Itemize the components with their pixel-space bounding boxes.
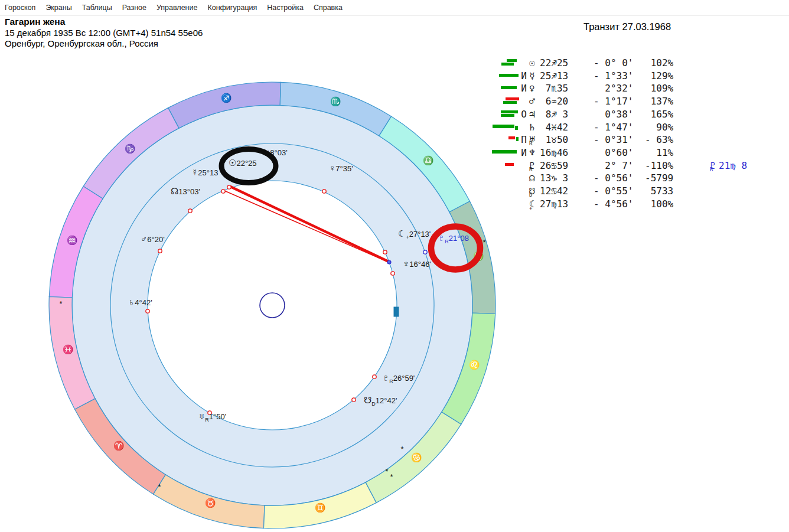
transit-pluto-icon: ♇ — [438, 233, 445, 243]
pluto-icon: ♇ — [383, 373, 389, 383]
cusp-mark: * — [400, 445, 403, 453]
table-row: ♂ 6♒20- 1°17' 137% — [0, 95, 789, 108]
cusp-mark: * — [390, 472, 393, 481]
label-neptune: ♆16°46' — [403, 259, 431, 269]
cancer-icon: ♋ — [411, 452, 422, 463]
label-saturn: ♄4°42' — [128, 297, 152, 307]
pluto-icon: ♇R — [529, 159, 532, 172]
label-uranus: ♅R1°50' — [198, 411, 226, 421]
label-pluto-natal: ♇R26°59' — [383, 373, 415, 383]
neptune-icon: ♆ — [403, 259, 409, 269]
label-south-node: ☋D12°42' — [364, 395, 397, 406]
table-row: И♀ 7♏35 2°32' 109% — [0, 82, 789, 95]
north-node-icon: ☊ — [529, 172, 535, 185]
table-row: ☊13♑ 3- 0°56'-5799 — [0, 172, 789, 185]
table-row: И☿25♐13- 1°33' 129% — [0, 70, 789, 83]
venus-icon: ♀ — [529, 82, 535, 95]
mars-icon: ♂ — [529, 95, 535, 108]
neptune-icon: ♆ — [529, 146, 535, 159]
gemini-icon: ♊ — [315, 502, 326, 513]
cusp-mark: * — [158, 482, 161, 491]
table-row: И♆16♍46 0°60' 11% — [0, 146, 789, 159]
aries-icon: ♈ — [113, 440, 125, 451]
label-transit-pluto: ♇R21°08 — [438, 233, 469, 243]
lilith-icon: ☾ — [398, 229, 406, 239]
table-row: ☉22♐25- 0° 0' 102% — [0, 57, 789, 70]
mars-icon: ♂ — [141, 234, 147, 244]
table-row: ☾+27♍13- 4°56' 100% — [0, 198, 789, 211]
label-lilith: ☾+27°13' — [398, 229, 431, 239]
jupiter-icon: ♃ — [529, 108, 535, 121]
south-node-icon: ☋ — [364, 395, 371, 405]
cusp-mark: * — [482, 238, 485, 247]
lilith-icon: ☾+ — [529, 198, 532, 211]
pisces-icon: ♓ — [63, 344, 74, 355]
transit-pluto-position: ♇R 21♍ 8 — [710, 159, 713, 172]
aquarius-icon: ♒ — [67, 235, 78, 246]
mercury-icon: ☿ — [529, 70, 535, 83]
uranus-icon: ♅R — [529, 133, 532, 146]
cusp-mark: * — [59, 299, 62, 308]
saturn-icon: ♄ — [529, 121, 535, 134]
uranus-icon: ♅ — [198, 411, 205, 421]
table-row: ♄ 4♓42- 1°47' 90% — [0, 121, 789, 134]
sun-icon: ☉ — [529, 57, 535, 70]
label-mars: ♂6°20' — [141, 234, 165, 244]
taurus-icon: ♉ — [205, 498, 216, 508]
table-row: П♅R 1♉50- 0°31'- 63% — [0, 133, 789, 146]
cusp-mark: * — [385, 467, 388, 476]
table-row: О♃ 8♐ 3 0°38' 165% — [0, 108, 789, 121]
virgo-icon: ♍ — [473, 251, 484, 262]
table-row: ♇R26♋59 2° 7'-110% ♇R 21♍ 8 — [0, 159, 789, 172]
table-row: ☋D12♋42- 0°55' 5733 — [0, 185, 789, 198]
leo-icon: ♌ — [469, 360, 480, 370]
saturn-icon: ♄ — [128, 297, 135, 307]
south-node-icon: ☋D — [529, 185, 532, 198]
